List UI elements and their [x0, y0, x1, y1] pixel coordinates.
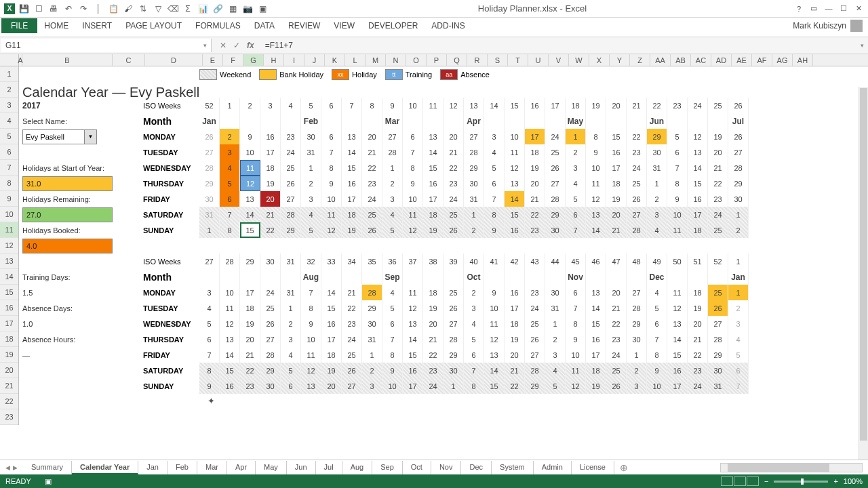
calendar-day-cell[interactable]: 26 — [627, 191, 647, 207]
calendar-day-cell[interactable]: 22 — [627, 129, 647, 144]
calendar-day-cell[interactable]: 8 — [301, 300, 321, 316]
calendar-day-cell[interactable]: 17 — [586, 347, 606, 363]
row-header-4[interactable]: 4 — [0, 113, 18, 129]
sheet-nav-next-icon[interactable]: ▶ — [13, 464, 18, 471]
calendar-day-cell[interactable]: 19 — [423, 300, 443, 316]
calendar-day-cell[interactable]: 15 — [688, 176, 708, 191]
calendar-day-cell[interactable]: 16 — [667, 363, 688, 378]
calendar-day-cell[interactable]: 24 — [443, 191, 464, 207]
col-header-W[interactable]: W — [569, 54, 589, 66]
camera-icon[interactable]: 📷 — [241, 3, 254, 15]
calendar-day-cell[interactable]: 13 — [240, 191, 260, 207]
calendar-day-cell[interactable]: 1 — [566, 129, 586, 144]
calendar-day-cell[interactable]: 2 — [281, 316, 301, 331]
col-header-R[interactable]: R — [467, 54, 488, 66]
calendar-day-cell[interactable]: 15 — [606, 129, 627, 144]
sum-icon[interactable]: Σ — [182, 3, 194, 15]
calendar-day-cell[interactable]: 11 — [240, 160, 260, 176]
calendar-day-cell[interactable]: 6 — [281, 378, 301, 394]
calendar-day-cell[interactable]: 8 — [403, 160, 423, 176]
col-header-S[interactable]: S — [488, 54, 508, 66]
calendar-day-cell[interactable]: 22 — [525, 207, 545, 222]
calendar-day-cell[interactable]: 16 — [403, 363, 423, 378]
calendar-day-cell[interactable]: 2 — [464, 285, 484, 300]
calendar-day-cell[interactable]: 11 — [403, 285, 423, 300]
calendar-day-cell[interactable]: 21 — [260, 207, 281, 222]
calendar-day-cell[interactable]: 12 — [321, 222, 342, 238]
calendar-day-cell[interactable]: 15 — [586, 316, 606, 331]
calendar-day-cell[interactable]: 19 — [586, 378, 606, 394]
col-header-AB[interactable]: AB — [671, 54, 691, 66]
calendar-day-cell[interactable]: 19 — [423, 222, 443, 238]
calendar-day-cell[interactable]: 1 — [199, 222, 220, 238]
calendar-day-cell[interactable]: 30 — [301, 129, 321, 144]
calendar-day-cell[interactable]: 17 — [342, 191, 362, 207]
col-header-J[interactable]: J — [304, 54, 325, 66]
calendar-day-cell[interactable]: 26 — [260, 316, 281, 331]
calendar-day-cell[interactable]: 12 — [667, 300, 688, 316]
calendar-day-cell[interactable]: 6 — [566, 285, 586, 300]
calendar-day-cell[interactable]: 9 — [647, 363, 667, 378]
calendar-day-cell[interactable]: 2 — [545, 331, 566, 347]
calendar-day-cell[interactable]: 18 — [423, 285, 443, 300]
calendar-day-cell[interactable]: 1 — [464, 207, 484, 222]
calendar-day-cell[interactable]: 9 — [403, 176, 423, 191]
calendar-day-cell[interactable]: 14 — [240, 207, 260, 222]
page-break-view-icon[interactable] — [747, 476, 759, 486]
calendar-day-cell[interactable]: 26 — [525, 331, 545, 347]
calendar-day-cell[interactable]: 2 — [647, 191, 667, 207]
calendar-day-cell[interactable]: 18 — [688, 285, 708, 300]
sheet-tab-summary[interactable]: Summary — [23, 461, 72, 474]
calendar-day-cell[interactable]: 12 — [566, 378, 586, 394]
page-layout-view-icon[interactable] — [734, 476, 746, 486]
calendar-day-cell[interactable]: 9 — [586, 144, 606, 160]
calendar-day-cell[interactable]: 8 — [321, 160, 342, 176]
calendar-day-cell[interactable]: 30 — [728, 191, 749, 207]
calendar-day-cell[interactable]: 9 — [566, 331, 586, 347]
calendar-day-cell[interactable]: 11 — [667, 222, 688, 238]
calendar-day-cell[interactable]: 17 — [688, 207, 708, 222]
calendar-day-cell[interactable]: 21 — [342, 285, 362, 300]
calendar-day-cell[interactable]: 13 — [342, 129, 362, 144]
row-header-17[interactable]: 17 — [0, 316, 18, 331]
calendar-day-cell[interactable]: 16 — [321, 316, 342, 331]
col-header-H[interactable]: H — [264, 54, 284, 66]
calendar-day-cell[interactable]: 19 — [606, 191, 627, 207]
undo-icon[interactable]: ↶ — [62, 3, 75, 15]
formula-input[interactable]: =F11+7 — [261, 39, 856, 52]
calendar-day-cell[interactable]: 7 — [728, 378, 749, 394]
link-icon[interactable]: 🔗 — [212, 3, 224, 15]
calendar-day-cell[interactable]: 15 — [423, 160, 443, 176]
calendar-day-cell[interactable]: 28 — [260, 347, 281, 363]
calendar-day-cell[interactable]: 7 — [199, 347, 220, 363]
col-header-C[interactable]: C — [113, 54, 145, 66]
calendar-day-cell[interactable]: 24 — [281, 144, 301, 160]
sheet-tab-feb[interactable]: Feb — [167, 461, 197, 474]
calendar-day-cell[interactable]: 16 — [260, 129, 281, 144]
calendar-day-cell[interactable]: 27 — [545, 176, 566, 191]
calendar-day-cell[interactable]: 8 — [647, 347, 667, 363]
calendar-day-cell[interactable]: 8 — [667, 176, 688, 191]
col-header-G[interactable]: G — [243, 54, 264, 66]
calendar-day-cell[interactable]: 18 — [586, 363, 606, 378]
calendar-day-cell[interactable]: 22 — [443, 160, 464, 176]
user-avatar-icon[interactable] — [850, 20, 863, 32]
calendar-day-cell[interactable]: 6 — [728, 363, 749, 378]
calendar-day-cell[interactable]: 5 — [667, 129, 688, 144]
calendar-day-cell[interactable]: 21 — [606, 222, 627, 238]
row-header-21[interactable]: 21 — [0, 378, 18, 394]
sheet-tab-admin[interactable]: Admin — [534, 461, 572, 474]
calendar-day-cell[interactable]: 4 — [728, 331, 749, 347]
name-dropdown[interactable]: Evy Paskell▼ — [22, 129, 97, 144]
calendar-day-cell[interactable]: 11 — [403, 207, 423, 222]
calendar-day-cell[interactable]: 28 — [627, 300, 647, 316]
calendar-day-cell[interactable]: 13 — [423, 129, 443, 144]
calendar-day-cell[interactable]: 4 — [281, 347, 301, 363]
calendar-day-cell[interactable]: 23 — [342, 316, 362, 331]
calendar-day-cell[interactable]: 20 — [708, 144, 728, 160]
calendar-day-cell[interactable]: 29 — [525, 378, 545, 394]
calendar-day-cell[interactable]: 30 — [362, 316, 382, 331]
calendar-day-cell[interactable]: 23 — [240, 378, 260, 394]
freeze-icon[interactable]: ▦ — [226, 3, 239, 15]
calendar-day-cell[interactable]: 27 — [728, 144, 749, 160]
